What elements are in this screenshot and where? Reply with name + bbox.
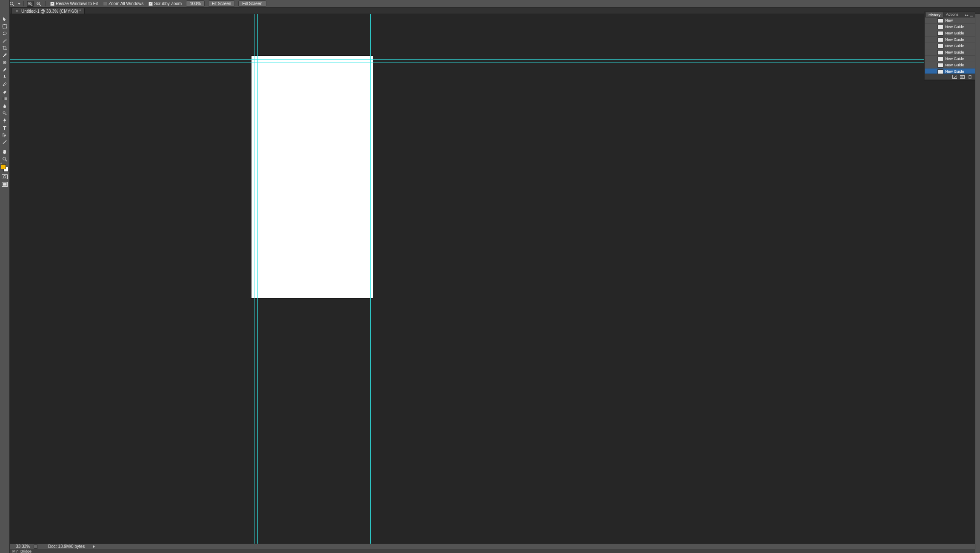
svg-line-1 <box>13 4 14 6</box>
tool-preset-dropdown-icon[interactable] <box>18 3 20 5</box>
history-state-icon <box>937 50 943 55</box>
svg-line-20 <box>3 140 6 144</box>
scrubby-zoom-checkbox[interactable]: ✓ Scrubby Zoom <box>149 1 182 6</box>
canvas-page <box>251 56 373 298</box>
create-snapshot-icon[interactable] <box>960 75 965 79</box>
marquee-tool[interactable] <box>0 23 9 30</box>
zoom-tool[interactable] <box>0 155 9 162</box>
hand-tool[interactable] <box>0 148 9 155</box>
document-info-menu-icon[interactable] <box>93 545 95 548</box>
history-state-marker <box>930 18 936 23</box>
lasso-tool[interactable] <box>0 30 9 37</box>
mini-bridge-label: Mini Bridge <box>12 549 31 553</box>
type-tool[interactable] <box>0 124 9 131</box>
panel-tab-bar: History Actions ▸▸ <box>925 12 975 17</box>
history-state-icon <box>937 18 943 23</box>
clone-stamp-tool[interactable] <box>0 73 9 80</box>
svg-line-11 <box>3 40 6 43</box>
svg-line-5 <box>31 4 33 6</box>
resize-windows-to-fit-checkbox[interactable]: ✓ Resize Windows to Fit <box>50 1 98 6</box>
document-tab[interactable]: × Untitled-1 @ 33.3% (CMYK/8) * <box>11 8 85 14</box>
history-source-toggle[interactable] <box>925 50 930 55</box>
quick-mask-mode-icon[interactable] <box>1 174 9 180</box>
color-swatches[interactable] <box>1 164 9 172</box>
history-row-label: New Guide <box>945 31 975 35</box>
history-row[interactable]: New Guide <box>925 68 975 74</box>
eraser-tool[interactable] <box>0 88 9 95</box>
history-source-toggle[interactable] <box>925 37 930 43</box>
svg-point-0 <box>10 2 13 5</box>
foreground-color-swatch[interactable] <box>1 164 6 169</box>
tab-actions[interactable]: Actions <box>943 12 961 17</box>
eyedropper-tool[interactable] <box>0 51 9 59</box>
svg-rect-27 <box>952 75 957 79</box>
horizontal-guide[interactable] <box>10 59 975 60</box>
svg-point-21 <box>3 157 6 160</box>
history-row[interactable]: New Guide <box>925 62 975 68</box>
history-row[interactable]: New Guide <box>925 43 975 49</box>
dodge-tool[interactable] <box>0 109 9 117</box>
line-tool[interactable] <box>0 138 9 145</box>
horizontal-guide[interactable] <box>10 295 975 295</box>
move-tool[interactable] <box>0 15 9 23</box>
history-row-label: New Guide <box>945 69 975 74</box>
healing-brush-tool[interactable] <box>0 59 9 66</box>
status-bar: 33.33% Doc: 13.9M/0 bytes <box>10 544 975 549</box>
zoom-readout[interactable]: 33.33% <box>10 544 32 549</box>
mini-bridge-tab[interactable]: Mini Bridge <box>10 549 975 553</box>
tab-history[interactable]: History <box>926 12 943 17</box>
history-source-toggle[interactable] <box>925 69 930 74</box>
brush-tool[interactable] <box>0 66 9 73</box>
history-state-marker <box>930 31 936 36</box>
close-tab-icon[interactable]: × <box>15 9 19 13</box>
horizontal-guide[interactable] <box>10 63 975 63</box>
options-bar: ✓ Resize Windows to Fit ✓ Zoom All Windo… <box>0 0 980 8</box>
history-row-label: New Guide <box>945 44 975 48</box>
gradient-tool[interactable] <box>0 95 9 102</box>
history-state-marker <box>930 24 936 30</box>
delete-state-icon[interactable] <box>967 75 972 79</box>
history-state-icon <box>937 69 943 74</box>
history-state-icon <box>937 37 943 42</box>
screen-mode-icon[interactable] <box>1 181 9 187</box>
history-source-toggle[interactable] <box>925 24 930 30</box>
svg-rect-26 <box>3 183 7 185</box>
svg-rect-16 <box>3 97 7 100</box>
fill-screen-button[interactable]: Fill Screen <box>238 0 266 7</box>
magic-wand-tool[interactable] <box>0 37 9 44</box>
history-row[interactable]: New Guide <box>925 30 975 37</box>
crop-tool[interactable] <box>0 44 9 51</box>
history-source-toggle[interactable] <box>925 18 930 23</box>
history-row[interactable]: New <box>925 17 975 24</box>
toolbox <box>0 0 10 553</box>
zoom-100-button[interactable]: 100% <box>186 0 205 7</box>
history-source-toggle[interactable] <box>925 56 930 62</box>
document-canvas[interactable] <box>10 14 975 544</box>
panel-collapse-icon[interactable]: ▸▸ <box>965 13 969 17</box>
zoom-out-icon[interactable] <box>35 1 42 7</box>
zoom-all-windows-checkbox[interactable]: ✓ Zoom All Windows <box>103 1 143 6</box>
history-source-toggle[interactable] <box>925 43 930 49</box>
pen-tool[interactable] <box>0 117 9 124</box>
history-state-icon <box>937 44 943 48</box>
path-selection-tool[interactable] <box>0 131 9 138</box>
blur-tool[interactable] <box>0 102 9 109</box>
history-brush-tool[interactable] <box>0 80 9 88</box>
zoom-stepper[interactable] <box>34 544 38 549</box>
history-row[interactable]: New Guide <box>925 24 975 30</box>
checkbox-checked-icon: ✓ <box>149 2 153 6</box>
history-row[interactable]: New Guide <box>925 56 975 62</box>
history-source-toggle[interactable] <box>925 63 930 68</box>
create-document-from-state-icon[interactable] <box>952 75 957 79</box>
history-row[interactable]: New Guide <box>925 49 975 56</box>
horizontal-guide[interactable] <box>10 292 975 292</box>
history-source-toggle[interactable] <box>925 31 930 36</box>
history-state-marker <box>930 69 936 74</box>
document-tab-title: Untitled-1 @ 33.3% (CMYK/8) * <box>21 9 81 14</box>
fit-screen-button[interactable]: Fit Screen <box>208 0 235 7</box>
history-row[interactable]: New Guide <box>925 37 975 43</box>
document-info[interactable]: Doc: 13.9M/0 bytes <box>48 544 85 549</box>
zoom-in-icon[interactable] <box>27 1 34 7</box>
panel-menu-icon[interactable] <box>969 15 974 17</box>
vertical-scrollbar[interactable] <box>975 14 980 553</box>
